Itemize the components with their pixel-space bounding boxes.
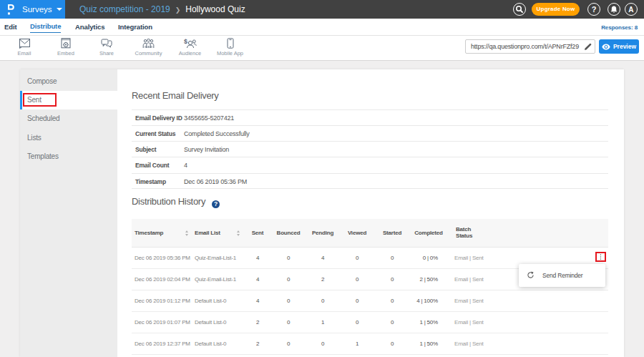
svg-text:$: $: [184, 38, 187, 45]
